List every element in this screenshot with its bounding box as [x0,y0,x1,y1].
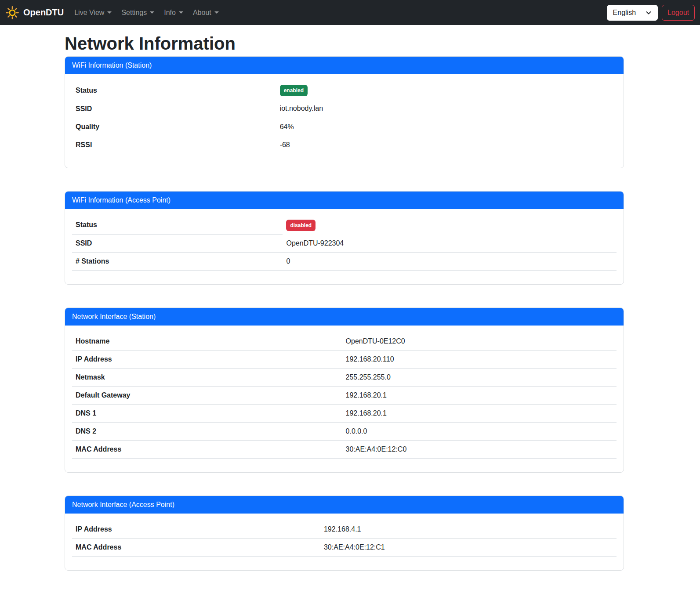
row-label: DNS 1 [72,405,342,423]
caret-down-icon [107,11,112,14]
table-row: Status enabled [72,81,617,100]
nav-links: Live View Settings Info About [71,5,225,20]
page-title: Network Information [65,33,624,54]
row-label: Hostname [72,333,342,351]
nav-item-about[interactable]: About [189,5,222,20]
row-value: OpenDTU-0E12C0 [342,333,617,351]
row-value: enabled [276,81,617,100]
main-content: Network Information WiFi Information (St… [65,25,624,597]
row-value: disabled [283,216,617,235]
card-body: Hostname OpenDTU-0E12C0 IP Address 192.1… [65,326,624,472]
table-row: DNS 1 192.168.20.1 [72,405,617,423]
status-badge: disabled [286,220,316,231]
row-value: -68 [276,136,617,154]
chevron-down-icon [646,10,652,16]
caret-down-icon [214,11,219,14]
cards-container: WiFi Information (Station) Status enable… [65,56,624,571]
table-row: # Stations 0 [72,253,617,271]
row-value: 30:AE:A4:0E:12:C0 [342,441,617,459]
info-card: WiFi Information (Station) Status enable… [65,56,624,168]
table-row: SSID OpenDTU-922304 [72,235,617,253]
row-value: 64% [276,118,617,136]
row-value: 255.255.255.0 [342,369,617,387]
row-value: 0.0.0.0 [342,423,617,441]
row-label: Quality [72,118,276,136]
info-card: Network Interface (Station) Hostname Ope… [65,308,624,473]
language-select[interactable]: English [607,5,658,21]
brand-label: OpenDTU [23,7,64,18]
table-row: Netmask 255.255.255.0 [72,369,617,387]
navbar: OpenDTU Live View Settings Info About [0,0,700,25]
row-value: 30:AE:A4:0E:12:C1 [320,539,617,557]
table-row: RSSI -68 [72,136,617,154]
table-row: Status disabled [72,216,617,235]
row-value: 192.168.20.1 [342,387,617,405]
row-label: IP Address [72,351,342,369]
row-value: iot.nobody.lan [276,100,617,118]
info-card: WiFi Information (Access Point) Status d… [65,191,624,285]
nav-item-live-view[interactable]: Live View [71,5,115,20]
row-label: Default Gateway [72,387,342,405]
nav-item-info[interactable]: Info [160,5,187,20]
row-label: SSID [72,100,276,118]
card-header: WiFi Information (Access Point) [65,192,624,209]
brand-link[interactable]: OpenDTU [5,6,64,20]
table-row: IP Address 192.168.20.110 [72,351,617,369]
table-row: MAC Address 30:AE:A4:0E:12:C0 [72,441,617,459]
table-row: SSID iot.nobody.lan [72,100,617,118]
row-label: Status [72,81,276,100]
row-label: # Stations [72,253,283,271]
card-header: Network Interface (Station) [65,308,624,326]
language-select-value: English [613,9,636,17]
row-value: 0 [283,253,617,271]
card-body: Status disabled SSID OpenDTU-922304 # St… [65,209,624,285]
table-row: IP Address 192.168.4.1 [72,521,617,539]
card-body: IP Address 192.168.4.1 MAC Address 30:AE… [65,514,624,570]
row-label: Netmask [72,369,342,387]
row-value: OpenDTU-922304 [283,235,617,253]
status-badge: enabled [280,85,308,96]
logout-button[interactable]: Logout [662,5,695,21]
row-label: MAC Address [72,539,320,557]
row-value: 192.168.20.110 [342,351,617,369]
info-table: IP Address 192.168.4.1 MAC Address 30:AE… [72,521,617,557]
row-label: RSSI [72,136,276,154]
info-table: Status enabled SSID iot.nobody.lan Quali… [72,81,617,154]
row-label: DNS 2 [72,423,342,441]
row-value: 192.168.20.1 [342,405,617,423]
table-row: Hostname OpenDTU-0E12C0 [72,333,617,351]
info-table: Hostname OpenDTU-0E12C0 IP Address 192.1… [72,333,617,459]
card-body: Status enabled SSID iot.nobody.lan Quali… [65,74,624,168]
row-label: SSID [72,235,283,253]
table-row: Default Gateway 192.168.20.1 [72,387,617,405]
table-row: MAC Address 30:AE:A4:0E:12:C1 [72,539,617,557]
nav-item-settings[interactable]: Settings [118,5,158,20]
row-label: MAC Address [72,441,342,459]
row-label: Status [72,216,283,235]
info-table: Status disabled SSID OpenDTU-922304 # St… [72,216,617,271]
card-header: Network Interface (Access Point) [65,496,624,514]
caret-down-icon [179,11,183,14]
info-card: Network Interface (Access Point) IP Addr… [65,496,624,571]
table-row: Quality 64% [72,118,617,136]
caret-down-icon [150,11,154,14]
card-header: WiFi Information (Station) [65,57,624,74]
table-row: DNS 2 0.0.0.0 [72,423,617,441]
row-value: 192.168.4.1 [320,521,617,539]
row-label: IP Address [72,521,320,539]
sun-icon [5,6,19,20]
navbar-right: English Logout [607,5,695,21]
